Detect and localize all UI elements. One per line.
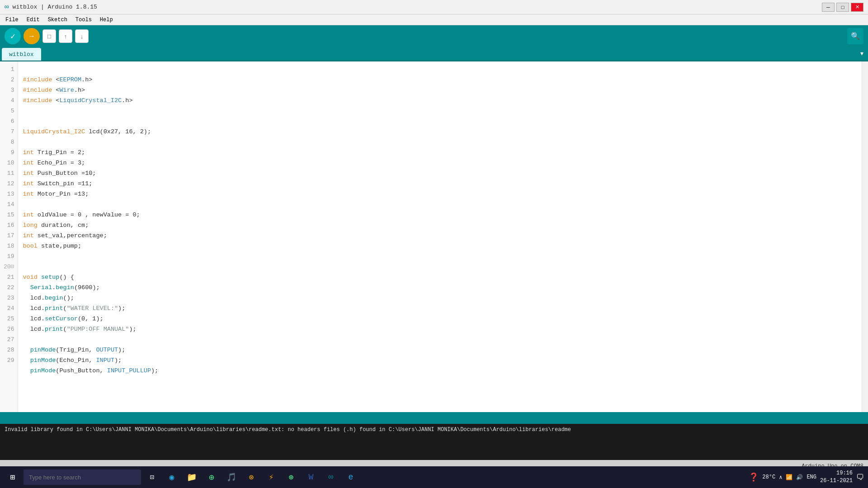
taskbar-notification-icon[interactable]: 🗨	[856, 473, 864, 482]
taskbar-date: 26-11-2021	[820, 477, 853, 485]
taskbar-zoom-icon[interactable]: 🎵	[222, 468, 241, 486]
taskbar-arduino-icon[interactable]: ∞	[322, 468, 340, 486]
taskbar-up-icon: ∧	[779, 474, 782, 481]
taskbar-ie-icon[interactable]: e	[342, 468, 360, 486]
taskbar-clock: 19:16 26-11-2021	[820, 469, 853, 485]
menu-sketch[interactable]: Sketch	[44, 16, 71, 24]
taskbar-right: ❓ 28°C ∧ 📶 🔊 ENG 19:16 26-11-2021 🗨	[749, 469, 864, 485]
app-title: witblox | Arduino 1.8.15	[13, 4, 97, 10]
toolbar: ✓ → □ ↑ ↓ 🔍	[0, 25, 868, 47]
taskbar-flash-icon[interactable]: ⚡	[262, 468, 280, 486]
titlebar-left: ∞ witblox | Arduino 1.8.15	[5, 3, 97, 11]
start-button[interactable]: ⊞	[4, 468, 22, 486]
menu-edit[interactable]: Edit	[23, 16, 43, 24]
tabbar: witblox ▾	[0, 47, 868, 61]
taskbar-chrome2-icon[interactable]: ⊛	[282, 468, 300, 486]
titlebar-controls[interactable]: ─ □ ✕	[822, 3, 863, 12]
taskbar-help-icon: ❓	[749, 472, 759, 482]
taskbar-word-icon[interactable]: W	[302, 468, 320, 486]
output-bar	[0, 412, 868, 424]
tab-label: witblox	[9, 51, 34, 58]
code-editor: 1 2 3 4 5 6 7 8 9 10 11 12 13 14 15 16 1…	[0, 61, 868, 412]
app-icon: ∞	[5, 3, 9, 11]
line-numbers: 1 2 3 4 5 6 7 8 9 10 11 12 13 14 15 16 1…	[0, 61, 18, 412]
close-button[interactable]: ✕	[851, 3, 863, 12]
taskbar-edge-icon[interactable]: ◉	[163, 468, 181, 486]
maximize-button[interactable]: □	[836, 3, 849, 12]
new-button[interactable]: □	[42, 29, 56, 43]
open-button[interactable]: ↑	[59, 29, 72, 43]
taskbar-time: 19:16	[820, 469, 853, 477]
taskbar-wifi-icon: 📶	[786, 474, 793, 481]
search-button[interactable]: 🔍	[847, 28, 863, 44]
taskbar-view-button[interactable]: ⊡	[143, 468, 161, 486]
editor-scrollbar[interactable]	[862, 61, 868, 412]
verify-button[interactable]: ✓	[5, 28, 21, 44]
menu-tools[interactable]: Tools	[72, 16, 95, 24]
code-area[interactable]: #include <EEPROM.h> #include <Wire.h> #i…	[18, 61, 862, 412]
taskbar-search[interactable]	[24, 469, 141, 485]
titlebar: ∞ witblox | Arduino 1.8.15 ─ □ ✕	[0, 0, 868, 14]
tab-witblox[interactable]: witblox	[2, 48, 41, 61]
taskbar-weather: 28°C	[762, 474, 775, 480]
taskbar-chrome-icon[interactable]: ⊗	[242, 468, 260, 486]
console-message: Invalid library found in C:\Users\JANNI …	[5, 427, 571, 433]
taskbar-browser-icon[interactable]: ⊕	[203, 468, 221, 486]
menubar: File Edit Sketch Tools Help	[0, 14, 868, 25]
menu-file[interactable]: File	[2, 16, 22, 24]
menu-help[interactable]: Help	[96, 16, 117, 24]
upload-button[interactable]: →	[24, 28, 40, 44]
taskbar: ⊞ ⊡ ◉ 📁 ⊕ 🎵 ⊗ ⚡ ⊛ W ∞ e ❓ 28°C ∧ 📶 🔊 ENG…	[0, 466, 868, 488]
tab-dropdown-button[interactable]: ▾	[856, 46, 868, 61]
save-button[interactable]: ↓	[75, 29, 89, 43]
minimize-button[interactable]: ─	[822, 3, 835, 12]
console-area: Invalid library found in C:\Users\JANNI …	[0, 424, 868, 460]
taskbar-lang: ENG	[807, 474, 816, 480]
taskbar-explorer-icon[interactable]: 📁	[183, 468, 201, 486]
taskbar-volume-icon: 🔊	[796, 474, 803, 481]
